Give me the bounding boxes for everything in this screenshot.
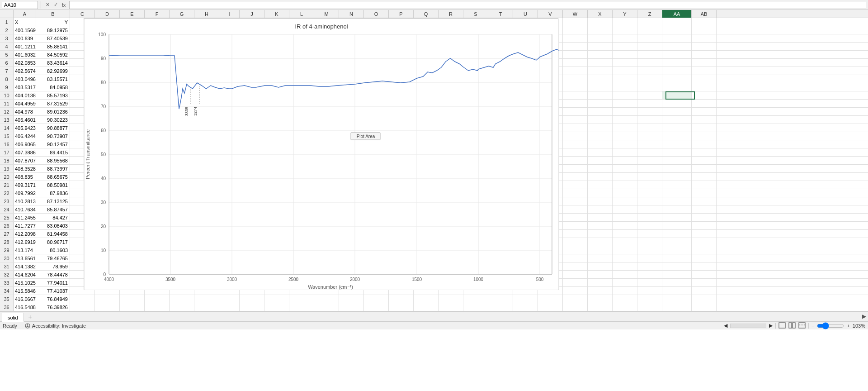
- cell-k35[interactable]: [264, 295, 289, 303]
- cell-aa4[interactable]: [662, 43, 692, 50]
- pagebreak-view-button[interactable]: [798, 322, 806, 329]
- cell-aa6[interactable]: [662, 59, 692, 67]
- grid-container[interactable]: 1 X Y: [0, 18, 868, 311]
- cell-aa17[interactable]: [662, 148, 692, 156]
- cell-x31[interactable]: [588, 262, 613, 270]
- cell-x4[interactable]: [588, 43, 613, 50]
- cell-n35[interactable]: [339, 295, 364, 303]
- cell-w36[interactable]: [563, 303, 588, 311]
- cell-x2[interactable]: [588, 26, 613, 34]
- col-header-c[interactable]: C: [70, 10, 95, 18]
- cell-b34[interactable]: 77.41037: [36, 287, 70, 295]
- cell-m35[interactable]: [314, 295, 339, 303]
- col-header-p[interactable]: P: [389, 10, 414, 18]
- cell-b3[interactable]: 87.40539: [36, 34, 70, 42]
- cell-aa34[interactable]: [662, 287, 692, 295]
- cell-l35[interactable]: [289, 295, 314, 303]
- cell-z27[interactable]: [637, 230, 662, 238]
- cell-w17[interactable]: [563, 148, 588, 156]
- cell-w25[interactable]: [563, 214, 588, 221]
- cell-b14[interactable]: 90.88877: [36, 124, 70, 132]
- cell-aa24[interactable]: [662, 205, 692, 213]
- cell-a19[interactable]: 408.3528: [14, 165, 36, 172]
- cell-aa20[interactable]: [662, 173, 692, 181]
- cell-aa30[interactable]: [662, 254, 692, 262]
- cell-b27[interactable]: 81.94458: [36, 230, 70, 238]
- cell-z36[interactable]: [637, 303, 662, 311]
- cell-x17[interactable]: [588, 148, 613, 156]
- col-header-j[interactable]: J: [240, 10, 264, 18]
- cell-b24[interactable]: 85.87457: [36, 205, 70, 213]
- cell-x33[interactable]: [588, 279, 613, 286]
- cell-ab10[interactable]: [692, 91, 717, 99]
- cell-ab19[interactable]: [692, 165, 717, 172]
- cell-y13[interactable]: [613, 116, 637, 124]
- cell-b26[interactable]: 83.08403: [36, 222, 70, 229]
- col-header-n[interactable]: N: [339, 10, 364, 18]
- cell-aa29[interactable]: [662, 246, 692, 254]
- cell-o36[interactable]: [364, 303, 389, 311]
- cell-i35[interactable]: [219, 295, 240, 303]
- cell-w13[interactable]: [563, 116, 588, 124]
- table-row[interactable]: 35 416.0667 76.84949: [0, 295, 868, 303]
- cell-z22[interactable]: [637, 189, 662, 197]
- cell-aa14[interactable]: [662, 124, 692, 132]
- cell-a2[interactable]: 400.1569: [14, 26, 36, 34]
- cell-a34[interactable]: 415.5846: [14, 287, 36, 295]
- col-header-u[interactable]: U: [513, 10, 538, 18]
- cell-y18[interactable]: [613, 157, 637, 164]
- cell-ab4[interactable]: [692, 43, 717, 50]
- cell-x29[interactable]: [588, 246, 613, 254]
- cell-x32[interactable]: [588, 271, 613, 278]
- cell-a15[interactable]: 406.4244: [14, 132, 36, 140]
- cell-e35[interactable]: [120, 295, 145, 303]
- cell-x22[interactable]: [588, 189, 613, 197]
- cell-w9[interactable]: [563, 83, 588, 91]
- cell-x24[interactable]: [588, 205, 613, 213]
- cell-b13[interactable]: 90.30223: [36, 116, 70, 124]
- col-header-o[interactable]: O: [364, 10, 389, 18]
- cell-y21[interactable]: [613, 181, 637, 189]
- cell-z17[interactable]: [637, 148, 662, 156]
- cell-aa7[interactable]: [662, 67, 692, 75]
- cell-x25[interactable]: [588, 214, 613, 221]
- cell-aa16[interactable]: [662, 140, 692, 148]
- scrollbar-right[interactable]: ▶: [769, 323, 773, 329]
- cell-a27[interactable]: 412.2098: [14, 230, 36, 238]
- cell-z6[interactable]: [637, 59, 662, 67]
- cell-aa12[interactable]: [662, 108, 692, 115]
- cell-aa35[interactable]: [662, 295, 692, 303]
- cell-ab15[interactable]: [692, 132, 717, 140]
- cell-z31[interactable]: [637, 262, 662, 270]
- cell-a11[interactable]: 404.4959: [14, 100, 36, 107]
- cell-b30[interactable]: 79.46765: [36, 254, 70, 262]
- cancel-icon[interactable]: ✕: [44, 1, 51, 9]
- cell-b36[interactable]: 76.39826: [36, 303, 70, 311]
- cell-p36[interactable]: [389, 303, 414, 311]
- cell-w3[interactable]: [563, 34, 588, 42]
- cell-c35[interactable]: [70, 295, 95, 303]
- cell-ab33[interactable]: [692, 279, 717, 286]
- cell-m36[interactable]: [314, 303, 339, 311]
- zoom-out-button[interactable]: −: [811, 323, 814, 329]
- cell-ab32[interactable]: [692, 271, 717, 278]
- cell-y2[interactable]: [613, 26, 637, 34]
- cell-aa15[interactable]: [662, 132, 692, 140]
- sheet-tab-solid[interactable]: solid: [2, 313, 24, 322]
- cell-y6[interactable]: [613, 59, 637, 67]
- cell-z11[interactable]: [637, 100, 662, 107]
- cell-w26[interactable]: [563, 222, 588, 229]
- zoom-slider[interactable]: [817, 322, 844, 329]
- cell-f36[interactable]: [145, 303, 170, 311]
- cell-b33[interactable]: 77.94011: [36, 279, 70, 286]
- cell-b32[interactable]: 78.44478: [36, 271, 70, 278]
- cell-a26[interactable]: 411.7277: [14, 222, 36, 229]
- cell-y4[interactable]: [613, 43, 637, 50]
- cell-b6[interactable]: 83.43614: [36, 59, 70, 67]
- cell-x12[interactable]: [588, 108, 613, 115]
- cell-b12[interactable]: 89.01236: [36, 108, 70, 115]
- cell-g35[interactable]: [170, 295, 194, 303]
- cell-z14[interactable]: [637, 124, 662, 132]
- cell-w22[interactable]: [563, 189, 588, 197]
- cell-x15[interactable]: [588, 132, 613, 140]
